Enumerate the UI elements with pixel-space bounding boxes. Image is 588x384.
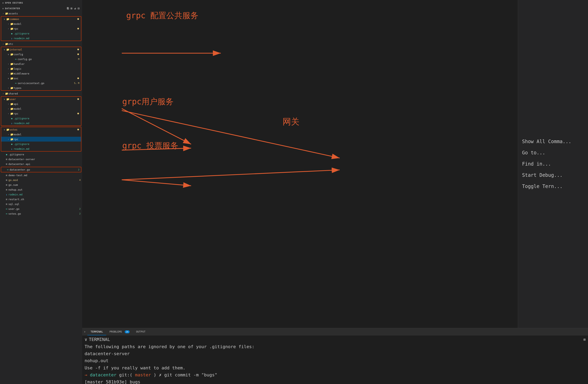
badge-datacenter-go: 2 xyxy=(78,168,79,171)
tree-item-handler[interactable]: › 📁 handler xyxy=(1,61,81,66)
tree-item-api-user[interactable]: › 📁 api xyxy=(1,101,81,106)
expand-terminal-icon[interactable]: › xyxy=(84,330,86,334)
tree-item-datacenter-api[interactable]: ≡ datacenter.api xyxy=(0,162,82,166)
tree-item-datacenter-server[interactable]: ≡ datacenter-server xyxy=(0,157,82,162)
label-rpc-user: rpc xyxy=(14,112,77,115)
tree-item-shared[interactable]: › 📁 shared xyxy=(0,91,82,96)
folder-icon-model-user: 📁 xyxy=(10,107,14,110)
tree-item-votes-go[interactable]: ∞ votes.go 2 xyxy=(0,211,82,216)
right-menu-goto[interactable]: Go to... xyxy=(520,149,586,157)
badge-votes-go: 2 xyxy=(79,212,81,215)
tree-item-nohup[interactable]: ≡ nohup.out xyxy=(0,187,82,192)
gitignore-icon-user: ◆ xyxy=(10,117,14,120)
tree-item-svc[interactable]: ∨ 📁 svc xyxy=(1,76,81,81)
label-nohup: nohup.out xyxy=(8,188,82,191)
tree-item-gitignore-votes[interactable]: ◆ .gitignore xyxy=(1,142,81,146)
tab-terminal[interactable]: TERMINAL xyxy=(87,328,106,335)
terminal-line-1: The following paths are ignored by one o… xyxy=(84,343,586,350)
terminal-line-6: [master 581b93e] bugs xyxy=(84,378,586,384)
collapse-icon[interactable]: ⊟ xyxy=(78,7,80,10)
refresh-icon[interactable]: ↺ xyxy=(74,7,76,10)
tree-item-go-mod[interactable]: ≡ go.mod 4 xyxy=(0,178,82,182)
tree-item-readmin-user[interactable]: ↓ readmin.md xyxy=(1,121,81,126)
label-radmin-md: radmin.md xyxy=(8,193,82,196)
chevron-shared: › xyxy=(1,93,5,95)
right-menu-find[interactable]: Find in... xyxy=(520,160,586,168)
dot-votes xyxy=(77,129,79,130)
annotation-arrows xyxy=(82,0,518,328)
chevron-assets: › xyxy=(1,12,5,15)
chevron-etc: › xyxy=(1,43,5,45)
tree-item-model[interactable]: › 📁 model xyxy=(1,21,81,26)
tree-item-middleware[interactable]: › 📁 middleware xyxy=(1,71,81,76)
terminal-line-2: datacenter-server xyxy=(84,350,586,357)
label-datacenter-go: datacenter.go xyxy=(10,168,78,171)
terminal-branch: master xyxy=(135,372,151,377)
tree-item-rpc[interactable]: › 📁 rpc xyxy=(1,26,81,31)
tree-item-types[interactable]: › 📁 types xyxy=(1,85,81,90)
badge-user-go: 2 xyxy=(79,208,81,210)
open-editors-header[interactable]: ∨ OPEN EDITORS xyxy=(0,0,82,5)
terminal-line-5: → datacenter git:( master ) ✗ git commit… xyxy=(84,371,586,378)
datacenter-go-box: ∞ datacenter.go 2 xyxy=(1,167,81,172)
tree-item-common[interactable]: ∨ 📁 common xyxy=(1,17,81,21)
tree-item-assets[interactable]: › 📁 assets xyxy=(0,11,82,16)
tree-item-datacenter-go[interactable]: ∞ datacenter.go 2 xyxy=(1,167,81,172)
tree-item-user[interactable]: ∨ 📁 user xyxy=(1,97,81,101)
tree-item-config-go[interactable]: ∞ config.go M xyxy=(1,57,81,61)
file-icon-restart-sh: ≡ xyxy=(5,198,8,201)
right-menu-show-all[interactable]: Show All Comma... xyxy=(520,137,586,146)
tree-item-restart-sh[interactable]: ≡ restart.sh xyxy=(0,197,82,202)
tree-item-radmin-md[interactable]: ↓ radmin.md xyxy=(0,192,82,197)
tree-item-model-user[interactable]: › 📁 model xyxy=(1,106,81,111)
tab-output[interactable]: OUTPUT xyxy=(133,328,149,335)
tree-item-readmin-votes[interactable]: ↓ readmin.md xyxy=(1,146,81,151)
tree-item-etc[interactable]: › 📁 etc xyxy=(0,41,82,46)
annotation-grpc-common: grpc 配置公共服务 xyxy=(126,10,198,21)
md-icon-radmin: ↓ xyxy=(5,193,8,196)
tree-item-readmin-common[interactable]: ↓ readmin.md xyxy=(1,36,81,41)
tree-item-gitignore-user[interactable]: ◆ .gitignore xyxy=(1,116,81,121)
tree-item-gitignore-root[interactable]: ◆ .gitignore xyxy=(0,152,82,157)
label-readmin-common: readmin.md xyxy=(14,37,81,40)
label-model: model xyxy=(14,22,81,25)
readmin-icon-user: ↓ xyxy=(10,122,14,125)
terminal-line-3: nohup.out xyxy=(84,357,586,364)
dot-rpc xyxy=(77,28,79,29)
folder-icon-middleware: 📁 xyxy=(10,72,14,75)
tree-item-user-go[interactable]: ∞ user.go 2 xyxy=(0,206,82,211)
bottom-panel: › TERMINAL PROBLEMS 26 OUTPUT ∨ TERMINAL… xyxy=(82,328,588,384)
open-editors-label: OPEN EDITORS xyxy=(5,1,23,4)
datacenter-header[interactable]: ∨ DATACENTER ⎘ ⊞ ↺ ⊟ xyxy=(0,5,82,11)
tree-item-votes[interactable]: ∨ 📁 votes xyxy=(1,127,81,132)
tree-item-servicecontext-go[interactable]: ∞ servicecontext.go 5, M xyxy=(1,81,81,85)
right-menu-toggle[interactable]: Toggle Tern... xyxy=(520,182,586,191)
tree-item-logic[interactable]: › 📁 logic xyxy=(1,66,81,71)
dot-common xyxy=(77,18,79,20)
label-servicecontext: servicecontext.go xyxy=(18,82,74,85)
label-model-votes: model xyxy=(14,133,81,136)
file-icon-datacenter-server: ≡ xyxy=(5,158,8,161)
new-file-icon[interactable]: ⎘ xyxy=(67,7,69,10)
tree-item-model-votes[interactable]: › 📁 model xyxy=(1,132,81,137)
tree-item-rpc-votes[interactable]: › 📁 rpc xyxy=(1,137,81,142)
tree-item-rpc-user[interactable]: › 📁 rpc xyxy=(1,111,81,116)
terminal-camera-icon[interactable]: ⊞ xyxy=(583,337,586,342)
label-logic: logic xyxy=(14,67,81,70)
tree-item-demo-test-md[interactable]: ≡ demo-test.md xyxy=(0,173,82,178)
tree-item-config[interactable]: ∨ 📁 config xyxy=(1,52,81,57)
folder-icon-etc: 📁 xyxy=(5,42,8,45)
dot-user xyxy=(77,98,79,100)
chevron-model: › xyxy=(7,23,10,25)
tab-problems[interactable]: PROBLEMS 26 xyxy=(106,328,133,335)
tree-item-sql-sql[interactable]: ≡ sql.sql xyxy=(0,202,82,206)
right-menu-debug[interactable]: Start Debug... xyxy=(520,171,586,179)
label-readmin-user: readmin.md xyxy=(14,122,81,125)
tree-item-internal[interactable]: ∨ 📁 internal xyxy=(1,47,81,52)
new-folder-icon[interactable]: ⊞ xyxy=(71,7,73,10)
tree-item-gitignore-common[interactable]: ◆ .gitignore xyxy=(1,31,81,36)
svg-line-2 xyxy=(122,109,191,144)
tree-item-go-sum[interactable]: ≡ go.sum xyxy=(0,182,82,187)
label-sql: sql.sql xyxy=(8,203,82,206)
label-svc: svc xyxy=(14,77,77,80)
